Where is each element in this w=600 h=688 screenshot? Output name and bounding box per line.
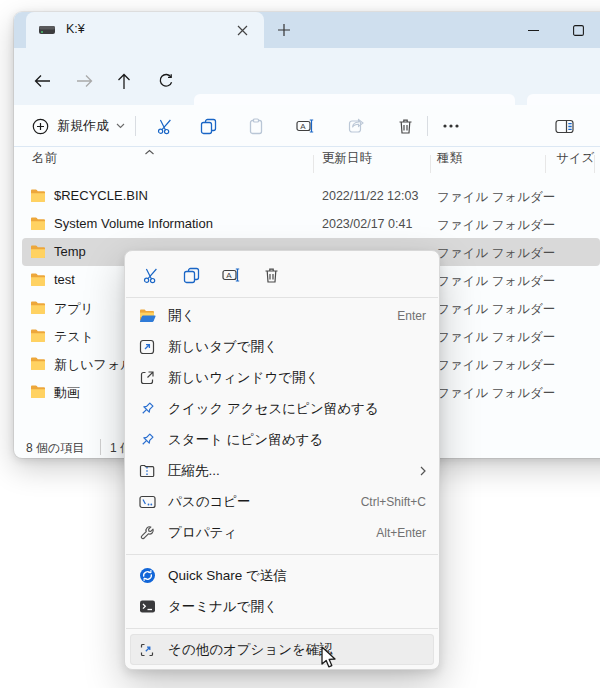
menu-item-open-new-tab[interactable]: 新しいタブで開く [130, 331, 434, 362]
mouse-cursor [320, 646, 340, 670]
rename-button[interactable]: A [211, 259, 251, 291]
column-separator[interactable] [545, 155, 546, 173]
new-item-button[interactable]: 新規作成 [28, 111, 129, 141]
folder-icon [30, 216, 46, 231]
svg-text:A: A [300, 122, 306, 131]
new-tab-button[interactable] [272, 18, 296, 42]
column-separator[interactable] [313, 155, 314, 173]
details-pane-icon [555, 119, 574, 134]
item-count: 8 個の項目 [26, 440, 84, 457]
column-header-type[interactable]: 種類 [437, 150, 462, 180]
toolbar-separator [427, 116, 428, 136]
menu-item-open-new-window[interactable]: 新しいウィンドウで開く [130, 362, 434, 393]
copy-button[interactable] [195, 111, 221, 141]
menu-item-compress[interactable]: 圧縮先... [130, 455, 434, 486]
menu-item-pin-start[interactable]: スタート にピン留めする [130, 424, 434, 455]
paste-button[interactable] [243, 111, 269, 141]
maximize-button[interactable] [556, 12, 600, 48]
share-icon [348, 118, 365, 134]
column-separator[interactable] [594, 155, 595, 173]
copy-path-icon [138, 493, 156, 510]
status-separator [100, 439, 101, 455]
delete-button[interactable] [251, 259, 291, 291]
more-options-expand-icon [138, 641, 156, 658]
navigation-bar: PC test (K:) [14, 48, 600, 105]
ellipsis-icon [443, 124, 459, 128]
chevron-down-icon [116, 123, 125, 129]
folder-icon [30, 188, 46, 203]
drive-icon [38, 23, 56, 37]
menu-item-show-more-options[interactable]: その他のオプションを確認 [130, 634, 434, 665]
tab-close-icon[interactable] [230, 18, 254, 42]
wrench-icon [138, 524, 156, 541]
quick-share-icon [138, 567, 156, 584]
toolbar: 新規作成 [14, 105, 600, 147]
menu-separator [126, 628, 438, 629]
menu-item-open-terminal[interactable]: ターミナルで開く [130, 591, 434, 622]
svg-text:A: A [226, 271, 232, 280]
cut-button[interactable] [152, 111, 178, 141]
plus-circle-icon [32, 118, 49, 135]
open-new-tab-icon [138, 338, 156, 355]
menu-item-quick-share[interactable]: Quick Share で送信 [130, 560, 434, 591]
copy-icon [200, 118, 217, 135]
folder-icon [30, 328, 46, 343]
menu-item-properties[interactable]: プロパティ Alt+Enter [130, 517, 434, 548]
menu-item-open[interactable]: 開く Enter [130, 300, 434, 331]
delete-icon [264, 267, 279, 284]
cut-icon [143, 267, 160, 284]
copy-icon [183, 267, 200, 284]
screen: K:¥ [0, 0, 600, 688]
forward-button[interactable] [71, 68, 97, 94]
submenu-chevron-icon [420, 466, 426, 476]
context-menu: A 開く Enter 新しいタブで開く 新しいウィンドウで開く クイック アクセ… [124, 250, 440, 670]
rename-button[interactable]: A [292, 111, 318, 141]
open-new-window-icon [138, 369, 156, 386]
toolbar-separator [135, 116, 136, 136]
column-header-name[interactable]: 名前 [32, 150, 57, 180]
menu-separator [126, 297, 438, 298]
menu-separator [126, 554, 438, 555]
back-button[interactable] [29, 68, 55, 94]
delete-icon [398, 118, 413, 135]
column-header-size[interactable]: サイズ [556, 150, 594, 180]
menu-item-copy-path[interactable]: パスのコピー Ctrl+Shift+C [130, 486, 434, 517]
folder-icon [30, 272, 46, 287]
cut-icon [157, 118, 174, 135]
file-row[interactable]: $RECYCLE.BIN 2022/11/22 12:03 ファイル フォルダー [22, 182, 600, 210]
new-item-label: 新規作成 [57, 117, 109, 135]
pin-icon [138, 400, 156, 417]
tab-strip: K:¥ [14, 12, 600, 48]
refresh-button[interactable] [153, 68, 179, 94]
folder-icon [30, 244, 46, 259]
tab-drive-k[interactable]: K:¥ [26, 12, 264, 48]
tab-title: K:¥ [66, 22, 85, 36]
menu-item-pin-quick-access[interactable]: クイック アクセスにピン留めする [130, 393, 434, 424]
share-button[interactable] [343, 111, 369, 141]
terminal-icon [138, 598, 156, 615]
open-folder-icon [138, 307, 156, 324]
pin-icon [138, 431, 156, 448]
folder-icon [30, 356, 46, 371]
folder-icon [30, 384, 46, 399]
minimize-button[interactable] [511, 12, 555, 48]
folder-icon [30, 300, 46, 315]
rename-icon: A [296, 118, 315, 134]
details-pane-toggle[interactable] [550, 111, 578, 141]
more-options-button[interactable] [438, 111, 464, 141]
delete-button[interactable] [392, 111, 418, 141]
column-header-date[interactable]: 更新日時 [322, 150, 372, 180]
up-button[interactable] [111, 68, 137, 94]
zip-folder-icon [138, 462, 156, 479]
column-separator[interactable] [430, 155, 431, 173]
rename-icon: A [222, 267, 241, 283]
file-row[interactable]: System Volume Information 2023/02/17 0:4… [22, 210, 600, 238]
paste-icon [248, 118, 264, 135]
cut-button[interactable] [131, 259, 171, 291]
context-menu-icon-row: A [125, 256, 439, 294]
copy-button[interactable] [171, 259, 211, 291]
sort-ascending-icon [144, 149, 155, 155]
